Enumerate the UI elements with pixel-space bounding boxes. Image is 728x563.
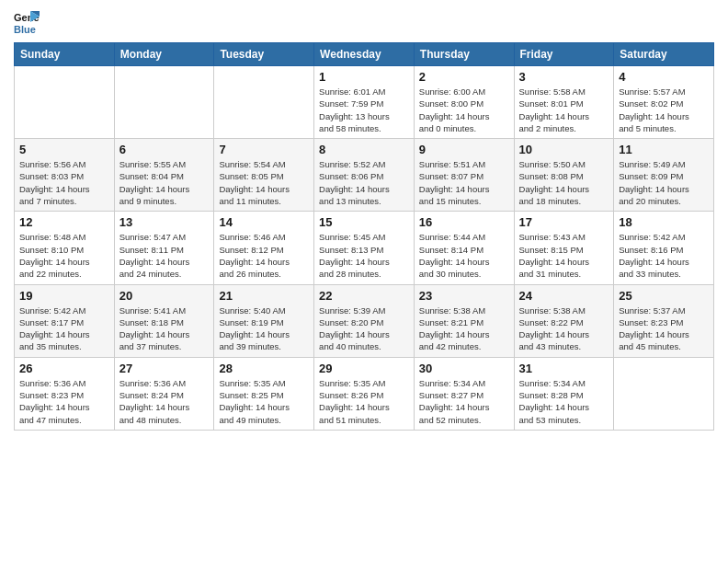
- day-number: 7: [219, 143, 309, 156]
- calendar-cell: 2Sunrise: 6:00 AM Sunset: 8:00 PM Daylig…: [414, 66, 514, 139]
- calendar-day-header: Thursday: [414, 43, 514, 66]
- day-number: 25: [619, 289, 709, 303]
- day-number: 28: [219, 362, 309, 375]
- day-number: 27: [119, 362, 210, 375]
- calendar-cell: 9Sunrise: 5:51 AM Sunset: 8:07 PM Daylig…: [414, 139, 514, 212]
- day-info: Sunrise: 5:34 AM Sunset: 8:27 PM Dayligh…: [419, 377, 509, 426]
- day-number: 19: [19, 289, 109, 303]
- calendar-day-header: Tuesday: [214, 43, 314, 66]
- calendar-cell: 3Sunrise: 5:58 AM Sunset: 8:01 PM Daylig…: [514, 66, 614, 139]
- day-info: Sunrise: 5:36 AM Sunset: 8:23 PM Dayligh…: [19, 377, 109, 426]
- calendar-cell: 31Sunrise: 5:34 AM Sunset: 8:28 PM Dayli…: [514, 357, 614, 430]
- logo: General Blue: [14, 9, 43, 35]
- day-info: Sunrise: 5:58 AM Sunset: 8:01 PM Dayligh…: [519, 86, 609, 134]
- day-info: Sunrise: 5:47 AM Sunset: 8:11 PM Dayligh…: [119, 231, 210, 280]
- day-number: 11: [619, 143, 709, 156]
- calendar-header-row: SundayMondayTuesdayWednesdayThursdayFrid…: [15, 43, 714, 66]
- calendar-cell: 7Sunrise: 5:54 AM Sunset: 8:05 PM Daylig…: [214, 139, 314, 212]
- day-number: 20: [119, 289, 210, 303]
- day-info: Sunrise: 5:36 AM Sunset: 8:24 PM Dayligh…: [119, 377, 210, 426]
- day-info: Sunrise: 5:54 AM Sunset: 8:05 PM Dayligh…: [219, 158, 309, 207]
- logo-icon: General Blue: [14, 9, 40, 35]
- calendar-cell: 14Sunrise: 5:46 AM Sunset: 8:12 PM Dayli…: [214, 212, 314, 284]
- day-info: Sunrise: 5:49 AM Sunset: 8:09 PM Dayligh…: [619, 158, 709, 207]
- day-number: 9: [419, 143, 509, 156]
- calendar-table: SundayMondayTuesdayWednesdayThursdayFrid…: [14, 42, 714, 431]
- calendar-day-header: Wednesday: [314, 43, 415, 66]
- day-info: Sunrise: 5:42 AM Sunset: 8:16 PM Dayligh…: [619, 231, 709, 280]
- calendar-day-header: Saturday: [614, 43, 714, 66]
- day-info: Sunrise: 5:43 AM Sunset: 8:15 PM Dayligh…: [519, 231, 609, 280]
- day-info: Sunrise: 5:55 AM Sunset: 8:04 PM Dayligh…: [119, 158, 210, 207]
- day-info: Sunrise: 5:37 AM Sunset: 8:23 PM Dayligh…: [619, 304, 709, 353]
- page-header: General Blue: [14, 9, 714, 35]
- calendar-cell: 13Sunrise: 5:47 AM Sunset: 8:11 PM Dayli…: [114, 212, 214, 284]
- calendar-cell: 23Sunrise: 5:38 AM Sunset: 8:21 PM Dayli…: [414, 284, 514, 357]
- calendar-cell: 17Sunrise: 5:43 AM Sunset: 8:15 PM Dayli…: [514, 212, 614, 284]
- calendar-cell: 18Sunrise: 5:42 AM Sunset: 8:16 PM Dayli…: [614, 212, 714, 284]
- day-info: Sunrise: 5:38 AM Sunset: 8:22 PM Dayligh…: [519, 304, 609, 353]
- day-info: Sunrise: 5:44 AM Sunset: 8:14 PM Dayligh…: [419, 231, 509, 280]
- calendar-cell: 4Sunrise: 5:57 AM Sunset: 8:02 PM Daylig…: [614, 66, 714, 139]
- calendar-cell: 26Sunrise: 5:36 AM Sunset: 8:23 PM Dayli…: [15, 357, 115, 430]
- day-number: 21: [219, 289, 309, 303]
- calendar-day-header: Sunday: [15, 43, 115, 66]
- calendar-cell: 28Sunrise: 5:35 AM Sunset: 8:25 PM Dayli…: [214, 357, 314, 430]
- calendar-cell: [15, 66, 115, 139]
- day-number: 18: [619, 215, 709, 229]
- day-number: 14: [219, 215, 309, 229]
- day-info: Sunrise: 6:01 AM Sunset: 7:59 PM Dayligh…: [319, 86, 409, 134]
- calendar-week-row: 26Sunrise: 5:36 AM Sunset: 8:23 PM Dayli…: [15, 357, 714, 430]
- day-number: 2: [419, 70, 509, 84]
- calendar-cell: 16Sunrise: 5:44 AM Sunset: 8:14 PM Dayli…: [414, 212, 514, 284]
- day-info: Sunrise: 5:56 AM Sunset: 8:03 PM Dayligh…: [19, 158, 109, 207]
- calendar-cell: 27Sunrise: 5:36 AM Sunset: 8:24 PM Dayli…: [114, 357, 214, 430]
- calendar-cell: 24Sunrise: 5:38 AM Sunset: 8:22 PM Dayli…: [514, 284, 614, 357]
- day-number: 29: [319, 362, 409, 375]
- calendar-week-row: 12Sunrise: 5:48 AM Sunset: 8:10 PM Dayli…: [15, 212, 714, 284]
- calendar-cell: 19Sunrise: 5:42 AM Sunset: 8:17 PM Dayli…: [15, 284, 115, 357]
- calendar-day-header: Monday: [114, 43, 214, 66]
- calendar-week-row: 19Sunrise: 5:42 AM Sunset: 8:17 PM Dayli…: [15, 284, 714, 357]
- day-info: Sunrise: 5:50 AM Sunset: 8:08 PM Dayligh…: [519, 158, 609, 207]
- day-number: 3: [519, 70, 609, 84]
- calendar-cell: 12Sunrise: 5:48 AM Sunset: 8:10 PM Dayli…: [15, 212, 115, 284]
- day-number: 16: [419, 215, 509, 229]
- day-number: 26: [19, 362, 109, 375]
- calendar-week-row: 1Sunrise: 6:01 AM Sunset: 7:59 PM Daylig…: [15, 66, 714, 139]
- calendar-cell: 22Sunrise: 5:39 AM Sunset: 8:20 PM Dayli…: [314, 284, 415, 357]
- day-number: 17: [519, 215, 609, 229]
- day-info: Sunrise: 5:51 AM Sunset: 8:07 PM Dayligh…: [419, 158, 509, 207]
- calendar-cell: 8Sunrise: 5:52 AM Sunset: 8:06 PM Daylig…: [314, 139, 415, 212]
- calendar-cell: 20Sunrise: 5:41 AM Sunset: 8:18 PM Dayli…: [114, 284, 214, 357]
- day-info: Sunrise: 5:35 AM Sunset: 8:26 PM Dayligh…: [319, 377, 409, 426]
- day-number: 6: [119, 143, 210, 156]
- day-info: Sunrise: 5:57 AM Sunset: 8:02 PM Dayligh…: [619, 86, 709, 134]
- day-number: 15: [319, 215, 409, 229]
- calendar-week-row: 5Sunrise: 5:56 AM Sunset: 8:03 PM Daylig…: [15, 139, 714, 212]
- day-info: Sunrise: 6:00 AM Sunset: 8:00 PM Dayligh…: [419, 86, 509, 134]
- day-number: 30: [419, 362, 509, 375]
- calendar-cell: 5Sunrise: 5:56 AM Sunset: 8:03 PM Daylig…: [15, 139, 115, 212]
- day-info: Sunrise: 5:39 AM Sunset: 8:20 PM Dayligh…: [319, 304, 409, 353]
- day-info: Sunrise: 5:48 AM Sunset: 8:10 PM Dayligh…: [19, 231, 109, 280]
- day-info: Sunrise: 5:42 AM Sunset: 8:17 PM Dayligh…: [19, 304, 109, 353]
- calendar-cell: 15Sunrise: 5:45 AM Sunset: 8:13 PM Dayli…: [314, 212, 415, 284]
- day-number: 8: [319, 143, 409, 156]
- calendar-cell: [114, 66, 214, 139]
- day-number: 4: [619, 70, 709, 84]
- day-info: Sunrise: 5:40 AM Sunset: 8:19 PM Dayligh…: [219, 304, 309, 353]
- day-number: 10: [519, 143, 609, 156]
- day-number: 31: [519, 362, 609, 375]
- calendar-day-header: Friday: [514, 43, 614, 66]
- day-number: 1: [319, 70, 409, 84]
- day-number: 22: [319, 289, 409, 303]
- day-number: 12: [19, 215, 109, 229]
- day-info: Sunrise: 5:34 AM Sunset: 8:28 PM Dayligh…: [519, 377, 609, 426]
- calendar-cell: [214, 66, 314, 139]
- calendar-cell: 10Sunrise: 5:50 AM Sunset: 8:08 PM Dayli…: [514, 139, 614, 212]
- day-info: Sunrise: 5:41 AM Sunset: 8:18 PM Dayligh…: [119, 304, 210, 353]
- day-number: 5: [19, 143, 109, 156]
- day-info: Sunrise: 5:52 AM Sunset: 8:06 PM Dayligh…: [319, 158, 409, 207]
- day-info: Sunrise: 5:35 AM Sunset: 8:25 PM Dayligh…: [219, 377, 309, 426]
